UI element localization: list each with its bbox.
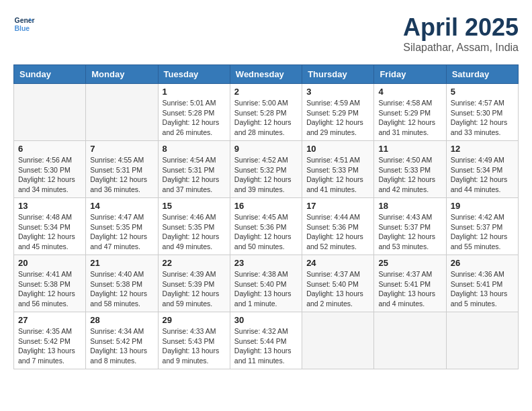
calendar-day-cell: 15Sunrise: 4:46 AMSunset: 5:35 PMDayligh… [158, 198, 230, 255]
day-info: Sunrise: 4:41 AMSunset: 5:38 PMDaylight:… [18, 269, 81, 309]
page-header: General Blue April 2025 Silapathar, Assa… [13, 13, 519, 54]
calendar-day-cell: 22Sunrise: 4:39 AMSunset: 5:39 PMDayligh… [158, 255, 230, 312]
title-block: April 2025 Silapathar, Assam, India [403, 13, 519, 54]
calendar-day-cell [302, 312, 374, 369]
main-title: April 2025 [403, 13, 519, 42]
calendar-day-cell: 30Sunrise: 4:32 AMSunset: 5:44 PMDayligh… [230, 312, 302, 369]
day-info: Sunrise: 4:33 AMSunset: 5:43 PMDaylight:… [163, 326, 226, 366]
calendar-day-cell: 6Sunrise: 4:56 AMSunset: 5:30 PMDaylight… [14, 141, 86, 198]
day-number: 6 [18, 144, 81, 154]
logo-icon: General Blue [13, 13, 35, 35]
day-number: 20 [18, 258, 81, 268]
day-info: Sunrise: 4:34 AMSunset: 5:42 PMDaylight:… [90, 326, 153, 366]
calendar-day-cell: 11Sunrise: 4:50 AMSunset: 5:33 PMDayligh… [374, 141, 446, 198]
calendar-day-cell: 1Sunrise: 5:01 AMSunset: 5:28 PMDaylight… [158, 84, 230, 141]
calendar-day-cell: 10Sunrise: 4:51 AMSunset: 5:33 PMDayligh… [302, 141, 374, 198]
calendar-day-cell: 23Sunrise: 4:38 AMSunset: 5:40 PMDayligh… [230, 255, 302, 312]
logo: General Blue [13, 13, 35, 35]
day-info: Sunrise: 4:32 AMSunset: 5:44 PMDaylight:… [234, 326, 298, 366]
day-number: 14 [90, 201, 153, 211]
day-info: Sunrise: 4:46 AMSunset: 5:35 PMDaylight:… [163, 212, 226, 252]
day-info: Sunrise: 4:59 AMSunset: 5:29 PMDaylight:… [306, 98, 369, 138]
calendar-day-cell [446, 312, 518, 369]
calendar-day-cell: 21Sunrise: 4:40 AMSunset: 5:38 PMDayligh… [86, 255, 158, 312]
day-number: 23 [234, 258, 298, 268]
day-info: Sunrise: 4:49 AMSunset: 5:34 PMDaylight:… [451, 155, 514, 195]
day-info: Sunrise: 4:54 AMSunset: 5:31 PMDaylight:… [163, 155, 226, 195]
calendar-day-cell: 4Sunrise: 4:58 AMSunset: 5:29 PMDaylight… [374, 84, 446, 141]
weekday-header-cell: Wednesday [230, 65, 302, 84]
day-info: Sunrise: 4:50 AMSunset: 5:33 PMDaylight:… [378, 155, 441, 195]
calendar-day-cell: 12Sunrise: 4:49 AMSunset: 5:34 PMDayligh… [446, 141, 518, 198]
calendar-day-cell: 24Sunrise: 4:37 AMSunset: 5:40 PMDayligh… [302, 255, 374, 312]
day-number: 5 [451, 87, 514, 97]
day-info: Sunrise: 4:35 AMSunset: 5:42 PMDaylight:… [18, 326, 81, 366]
calendar-day-cell: 9Sunrise: 4:52 AMSunset: 5:32 PMDaylight… [230, 141, 302, 198]
calendar-week-row: 13Sunrise: 4:48 AMSunset: 5:34 PMDayligh… [14, 198, 519, 255]
weekday-header-row: SundayMondayTuesdayWednesdayThursdayFrid… [14, 65, 519, 84]
weekday-header-cell: Thursday [302, 65, 374, 84]
day-number: 1 [163, 87, 226, 97]
day-number: 26 [451, 258, 514, 268]
calendar-day-cell [14, 84, 86, 141]
day-info: Sunrise: 4:39 AMSunset: 5:39 PMDaylight:… [163, 269, 226, 309]
calendar-day-cell: 16Sunrise: 4:45 AMSunset: 5:36 PMDayligh… [230, 198, 302, 255]
day-info: Sunrise: 4:38 AMSunset: 5:40 PMDaylight:… [234, 269, 298, 309]
day-number: 12 [451, 144, 514, 154]
calendar-day-cell: 13Sunrise: 4:48 AMSunset: 5:34 PMDayligh… [14, 198, 86, 255]
day-info: Sunrise: 4:58 AMSunset: 5:29 PMDaylight:… [378, 98, 441, 138]
day-number: 16 [234, 201, 298, 211]
day-info: Sunrise: 4:47 AMSunset: 5:35 PMDaylight:… [90, 212, 153, 252]
day-number: 13 [18, 201, 81, 211]
calendar-week-row: 1Sunrise: 5:01 AMSunset: 5:28 PMDaylight… [14, 84, 519, 141]
day-number: 25 [378, 258, 441, 268]
day-info: Sunrise: 4:55 AMSunset: 5:31 PMDaylight:… [90, 155, 153, 195]
day-info: Sunrise: 5:00 AMSunset: 5:28 PMDaylight:… [234, 98, 298, 138]
calendar-day-cell: 28Sunrise: 4:34 AMSunset: 5:42 PMDayligh… [86, 312, 158, 369]
day-info: Sunrise: 4:40 AMSunset: 5:38 PMDaylight:… [90, 269, 153, 309]
calendar-day-cell: 26Sunrise: 4:36 AMSunset: 5:41 PMDayligh… [446, 255, 518, 312]
day-number: 27 [18, 315, 81, 325]
day-number: 22 [163, 258, 226, 268]
calendar-week-row: 20Sunrise: 4:41 AMSunset: 5:38 PMDayligh… [14, 255, 519, 312]
day-info: Sunrise: 4:44 AMSunset: 5:36 PMDaylight:… [306, 212, 369, 252]
day-number: 7 [90, 144, 153, 154]
day-number: 3 [306, 87, 369, 97]
day-info: Sunrise: 4:37 AMSunset: 5:40 PMDaylight:… [306, 269, 369, 309]
calendar-day-cell: 14Sunrise: 4:47 AMSunset: 5:35 PMDayligh… [86, 198, 158, 255]
day-info: Sunrise: 4:37 AMSunset: 5:41 PMDaylight:… [378, 269, 441, 309]
calendar-table: SundayMondayTuesdayWednesdayThursdayFrid… [13, 64, 519, 369]
day-number: 18 [378, 201, 441, 211]
calendar-day-cell: 25Sunrise: 4:37 AMSunset: 5:41 PMDayligh… [374, 255, 446, 312]
day-info: Sunrise: 4:36 AMSunset: 5:41 PMDaylight:… [451, 269, 514, 309]
calendar-day-cell: 17Sunrise: 4:44 AMSunset: 5:36 PMDayligh… [302, 198, 374, 255]
day-info: Sunrise: 4:52 AMSunset: 5:32 PMDaylight:… [234, 155, 298, 195]
calendar-week-row: 6Sunrise: 4:56 AMSunset: 5:30 PMDaylight… [14, 141, 519, 198]
day-info: Sunrise: 4:51 AMSunset: 5:33 PMDaylight:… [306, 155, 369, 195]
calendar-week-row: 27Sunrise: 4:35 AMSunset: 5:42 PMDayligh… [14, 312, 519, 369]
weekday-header-cell: Monday [86, 65, 158, 84]
calendar-day-cell: 8Sunrise: 4:54 AMSunset: 5:31 PMDaylight… [158, 141, 230, 198]
calendar-day-cell: 19Sunrise: 4:42 AMSunset: 5:37 PMDayligh… [446, 198, 518, 255]
day-number: 2 [234, 87, 298, 97]
day-number: 29 [163, 315, 226, 325]
day-info: Sunrise: 4:45 AMSunset: 5:36 PMDaylight:… [234, 212, 298, 252]
day-info: Sunrise: 4:57 AMSunset: 5:30 PMDaylight:… [451, 98, 514, 138]
calendar-day-cell: 3Sunrise: 4:59 AMSunset: 5:29 PMDaylight… [302, 84, 374, 141]
calendar-day-cell: 7Sunrise: 4:55 AMSunset: 5:31 PMDaylight… [86, 141, 158, 198]
day-info: Sunrise: 4:56 AMSunset: 5:30 PMDaylight:… [18, 155, 81, 195]
svg-text:Blue: Blue [15, 25, 30, 32]
calendar-day-cell: 18Sunrise: 4:43 AMSunset: 5:37 PMDayligh… [374, 198, 446, 255]
day-number: 11 [378, 144, 441, 154]
day-number: 28 [90, 315, 153, 325]
calendar-day-cell: 29Sunrise: 4:33 AMSunset: 5:43 PMDayligh… [158, 312, 230, 369]
day-number: 24 [306, 258, 369, 268]
subtitle: Silapathar, Assam, India [403, 42, 519, 54]
calendar-day-cell: 5Sunrise: 4:57 AMSunset: 5:30 PMDaylight… [446, 84, 518, 141]
day-info: Sunrise: 5:01 AMSunset: 5:28 PMDaylight:… [163, 98, 226, 138]
day-info: Sunrise: 4:43 AMSunset: 5:37 PMDaylight:… [378, 212, 441, 252]
weekday-header-cell: Tuesday [158, 65, 230, 84]
day-number: 19 [451, 201, 514, 211]
day-info: Sunrise: 4:48 AMSunset: 5:34 PMDaylight:… [18, 212, 81, 252]
calendar-day-cell [374, 312, 446, 369]
